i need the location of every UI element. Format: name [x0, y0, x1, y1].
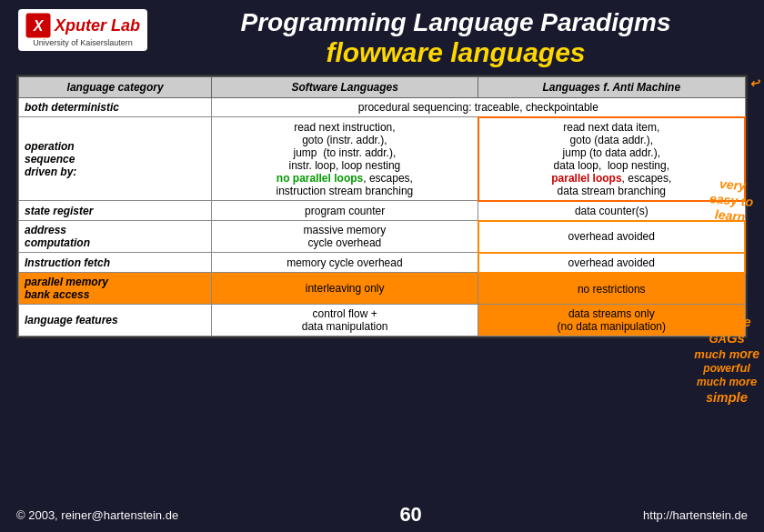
table-row: state register program counter data coun… [19, 201, 746, 221]
svg-text:X: X [33, 18, 45, 34]
row-deterministic-value: procedural sequencing: traceable, checkp… [212, 97, 745, 117]
row-address-anti: overhead avoided [478, 221, 745, 253]
no-parallel-loops-text: no parallel loops [276, 172, 363, 185]
row-lang-software: control flow +data manipulation [212, 305, 478, 336]
logo-text: Xputer Lab [55, 16, 140, 35]
col3-header: Languages f. Anti Machine [478, 76, 745, 97]
row-parallel-anti: no restrictions [478, 273, 745, 305]
side-text-gags: multiple GAGs much more powerful much mo… [694, 314, 759, 406]
row-header-lang-features: language features [19, 305, 212, 336]
col2-header: Software Languages [212, 76, 478, 97]
side-text-easy: veryeasy tolearn [708, 176, 755, 225]
arrow-decoration: ↩ [749, 76, 760, 91]
footer-copyright: © 2003, reiner@hartenstein.de [16, 508, 178, 522]
row-header-operation: operationsequencedriven by: [19, 117, 212, 201]
row-instr-anti: overhead avoided [478, 253, 745, 273]
main-table-container: language category Software Languages Lan… [16, 75, 748, 339]
logo-subtitle: University of Kaiserslautern [25, 38, 140, 47]
row-instr-software: memory cycle overhead [212, 253, 478, 273]
header: X Xputer Lab University of Kaiserslauter… [0, 0, 764, 75]
row-parallel-software: interleaving only [212, 273, 478, 305]
table-row: both deterministic procedural sequencing… [19, 97, 746, 117]
row-header-address: addresscomputation [19, 221, 212, 253]
row-state-software: program counter [212, 201, 478, 221]
footer-website: http://hartenstein.de [643, 508, 748, 522]
row-state-anti: data counter(s) [478, 201, 745, 221]
page: X Xputer Lab University of Kaiserslauter… [0, 0, 764, 532]
row-header-state: state register [19, 201, 212, 221]
xputer-icon: X [25, 13, 51, 38]
sub-title: flowware languages [166, 37, 746, 67]
row-header-parallel: parallel memorybank access [19, 273, 212, 305]
table-row: addresscomputation massive memorycycle o… [19, 221, 746, 253]
table-row-parallel: parallel memorybank access interleaving … [19, 273, 746, 305]
table-row: language features control flow +data man… [19, 305, 746, 336]
row-header-instr-fetch: Instruction fetch [19, 253, 212, 273]
row-operation-anti: read next data item, goto (data addr.), … [478, 117, 745, 201]
row-operation-software: read next instruction, goto (instr. addr… [212, 117, 478, 201]
parallel-loops-text: parallel loops [551, 172, 621, 185]
footer: © 2003, reiner@hartenstein.de 60 http://… [0, 503, 764, 527]
col1-header: language category [19, 76, 212, 97]
title-area: Programming Language Paradigms flowware … [166, 9, 746, 67]
logo-box: X Xputer Lab University of Kaiserslauter… [18, 9, 147, 51]
logo-title: X Xputer Lab [25, 13, 140, 38]
main-title: Programming Language Paradigms [166, 9, 746, 37]
footer-page-number: 60 [399, 503, 421, 527]
row-header-deterministic: both deterministic [19, 97, 212, 117]
row-address-software: massive memorycycle overhead [212, 221, 478, 253]
table-row: operationsequencedriven by: read next in… [19, 117, 746, 201]
main-table: language category Software Languages Lan… [18, 76, 746, 337]
table-header-row: language category Software Languages Lan… [19, 76, 746, 97]
table-row: Instruction fetch memory cycle overhead … [19, 253, 746, 273]
